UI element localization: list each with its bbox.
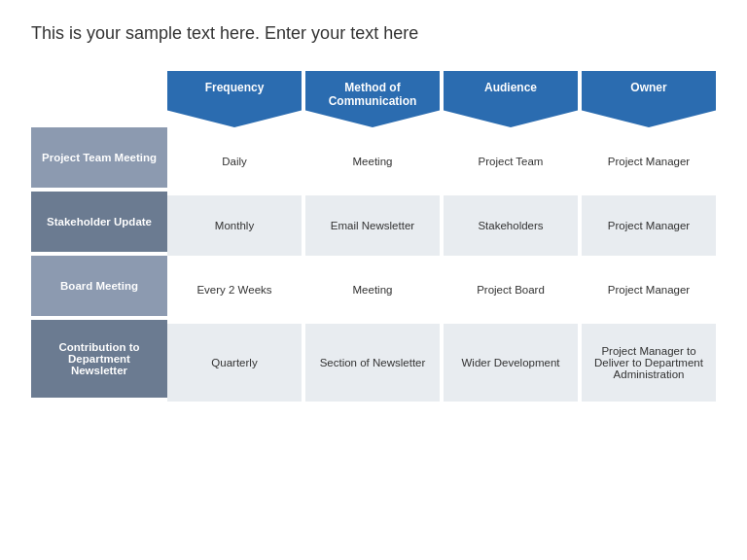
- frequency-cell-2: Monthly: [167, 195, 302, 256]
- method-header: Method of Communication: [305, 71, 440, 127]
- page-container: This is your sample text here. Enter you…: [0, 0, 747, 560]
- row-label-1: Project Team Meeting: [31, 127, 167, 188]
- owner-cell-3: Project Manager: [582, 260, 716, 320]
- row-label-3: Board Meeting: [31, 256, 167, 316]
- owner-cell-1: Project Manager: [582, 131, 716, 192]
- method-column: Method of Communication Meeting Email Ne…: [305, 71, 440, 402]
- owner-cell-4: Project Manager to Deliver to Department…: [582, 324, 716, 402]
- audience-cell-4: Wider Development: [444, 324, 578, 402]
- data-columns: Frequency Daily Monthly Every 2 Weeks Qu…: [167, 71, 716, 402]
- frequency-column: Frequency Daily Monthly Every 2 Weeks Qu…: [167, 71, 302, 402]
- frequency-header: Frequency: [167, 71, 302, 127]
- frequency-cell-4: Quarterly: [167, 324, 302, 402]
- communication-table: Project Team Meeting Stakeholder Update …: [31, 71, 716, 402]
- page-title: This is your sample text here. Enter you…: [31, 23, 716, 44]
- method-cell-1: Meeting: [305, 131, 440, 192]
- method-cell-3: Meeting: [305, 260, 440, 320]
- owner-column: Owner Project Manager Project Manager Pr…: [582, 71, 716, 402]
- audience-cell-3: Project Board: [444, 260, 578, 320]
- audience-column: Audience Project Team Stakeholders Proje…: [444, 71, 578, 402]
- owner-header: Owner: [582, 71, 716, 127]
- frequency-cell-1: Daily: [167, 131, 302, 192]
- method-cell-2: Email Newsletter: [305, 195, 440, 256]
- audience-cell-2: Stakeholders: [444, 195, 578, 256]
- owner-cell-2: Project Manager: [582, 195, 716, 256]
- label-spacer: [31, 71, 167, 127]
- method-cell-4: Section of Newsletter: [305, 324, 440, 402]
- row-label-4: Contribution to Department Newsletter: [31, 320, 167, 398]
- frequency-cell-3: Every 2 Weeks: [167, 260, 302, 320]
- audience-cell-1: Project Team: [444, 131, 578, 192]
- audience-header: Audience: [444, 71, 578, 127]
- row-labels-column: Project Team Meeting Stakeholder Update …: [31, 71, 167, 402]
- row-label-2: Stakeholder Update: [31, 192, 167, 252]
